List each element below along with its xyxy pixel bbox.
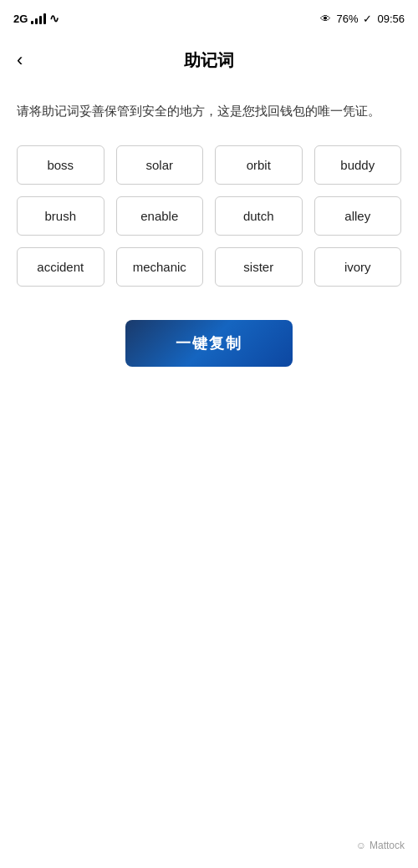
network-label: 2G — [13, 13, 28, 25]
mnemonic-word-4: buddy — [314, 145, 402, 185]
signal-bar-3 — [39, 16, 42, 24]
mnemonic-word-11: sister — [215, 247, 303, 287]
battery-label: 76% — [336, 13, 358, 25]
footer-watermark: ☺ Mattock — [356, 840, 405, 851]
mnemonic-word-2: solar — [116, 145, 204, 185]
mnemonic-word-9: accident — [17, 247, 104, 287]
status-left: 2G ∿ — [13, 12, 59, 25]
signal-icon-right: ✓ — [363, 13, 372, 25]
mnemonic-word-7: dutch — [215, 196, 303, 236]
signal-bar-2 — [35, 18, 38, 24]
mnemonic-word-5: brush — [17, 196, 104, 236]
page-title: 助记词 — [184, 49, 234, 72]
mnemonic-grid: boss solar orbit buddy brush enable dutc… — [17, 145, 401, 287]
mnemonic-word-1: boss — [17, 145, 104, 185]
signal-bar-1 — [31, 21, 33, 24]
watermark-icon: ☺ — [356, 840, 366, 851]
eye-icon: 👁 — [320, 13, 331, 25]
wifi-icon: ∿ — [49, 12, 59, 25]
main-content: 请将助记词妥善保管到安全的地方，这是您找回钱包的唯一凭证。 boss solar… — [0, 84, 418, 367]
back-button[interactable]: ‹ — [13, 48, 26, 73]
description-text: 请将助记词妥善保管到安全的地方，这是您找回钱包的唯一凭证。 — [17, 100, 401, 122]
status-bar: 2G ∿ 👁 76% ✓ 09:56 — [0, 0, 418, 37]
status-right: 👁 76% ✓ 09:56 — [320, 13, 405, 25]
copy-button[interactable]: 一键复制 — [125, 320, 293, 367]
mnemonic-word-12: ivory — [314, 247, 402, 287]
watermark-text: Mattock — [370, 840, 405, 851]
time-label: 09:56 — [377, 13, 405, 25]
mnemonic-word-8: alley — [314, 196, 402, 236]
signal-bars — [31, 13, 46, 24]
copy-button-container: 一键复制 — [17, 320, 401, 367]
mnemonic-word-10: mechanic — [116, 247, 204, 287]
mnemonic-word-3: orbit — [215, 145, 303, 185]
mnemonic-word-6: enable — [116, 196, 204, 236]
signal-bar-4 — [43, 13, 46, 24]
page-header: ‹ 助记词 — [0, 37, 418, 84]
